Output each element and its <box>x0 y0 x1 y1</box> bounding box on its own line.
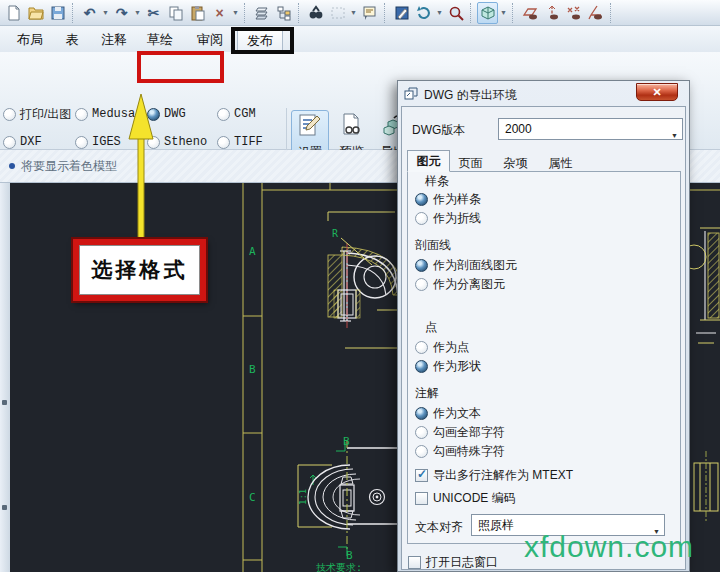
checkbox-icon[interactable] <box>408 556 421 569</box>
dwg-radio-highlight-box <box>137 51 224 83</box>
radio-icon-selected[interactable] <box>415 407 428 420</box>
undo-icon[interactable]: ↶ <box>79 2 100 24</box>
radio-icon[interactable] <box>415 278 428 291</box>
point-as-point-radio[interactable]: 作为点 <box>415 339 469 356</box>
csys-display-icon[interactable] <box>585 2 606 24</box>
redo-dropdown-icon[interactable]: ▼ <box>133 9 142 16</box>
mtext-checkbox[interactable]: 导出多行注解作为 MTEXT <box>415 467 573 484</box>
delete-dropdown-icon[interactable]: ▼ <box>231 9 240 16</box>
hatch-as-separate-radio[interactable]: 作为分离图元 <box>415 276 505 293</box>
dialog-titlebar[interactable]: DWG 的导出环境 ✕ <box>401 84 686 106</box>
radio-icon[interactable] <box>3 108 16 121</box>
format-radio-tiff[interactable]: TIFF <box>217 134 263 150</box>
delete-icon[interactable]: × <box>209 2 230 24</box>
tab-table[interactable]: 表 <box>56 29 88 52</box>
note-stroke-all-radio[interactable]: 勾画全部字符 <box>415 424 505 441</box>
dwg-version-select[interactable]: 2000 ▼ <box>498 118 683 140</box>
toolbar-separator <box>244 3 247 23</box>
dialog-title: DWG 的导出环境 <box>424 87 517 104</box>
radio-icon-selected[interactable] <box>415 259 428 272</box>
text-align-value: 照原样 <box>478 518 514 532</box>
settings-icon <box>297 113 323 142</box>
new-file-icon[interactable] <box>3 2 24 24</box>
radio-icon[interactable] <box>217 108 230 121</box>
tab-sketch[interactable]: 草绘 <box>138 29 182 52</box>
open-icon[interactable] <box>25 2 46 24</box>
spline-as-spline-radio[interactable]: 作为样条 <box>415 191 481 208</box>
format-radio-iges[interactable]: IGES <box>75 134 121 150</box>
radio-icon[interactable] <box>415 426 428 439</box>
unicode-checkbox[interactable]: UNICODE 编码 <box>415 490 516 507</box>
cut-icon[interactable]: ✂ <box>143 2 164 24</box>
dialog-tab-attributes[interactable]: 属性 <box>540 153 581 172</box>
repaint-icon[interactable] <box>413 2 434 24</box>
main-toolbar: ↶ ▼ ↷ ▼ ✂ × ▼ ▼ ▼ <box>0 0 720 26</box>
radius-label: R <box>332 228 339 239</box>
view-3d-icon[interactable] <box>477 2 498 24</box>
datum-plane-display-icon[interactable] <box>519 2 540 24</box>
select-box-dropdown-icon[interactable]: ▼ <box>349 9 358 16</box>
copy-icon[interactable] <box>165 2 186 24</box>
spline-as-polyline-radio[interactable]: 作为折线 <box>415 210 481 227</box>
note-section-header: 注解 <box>415 385 439 402</box>
window-edge-strip <box>0 183 10 572</box>
radio-icon[interactable] <box>415 341 428 354</box>
toolbar-separator <box>298 3 301 23</box>
status-bullet-icon <box>9 163 15 169</box>
publish-tab-highlight-box <box>231 27 294 54</box>
radio-icon[interactable] <box>75 136 88 149</box>
hatch-section-header: 剖面线 <box>415 237 451 254</box>
undo-dropdown-icon[interactable]: ▼ <box>101 9 110 16</box>
redo-icon[interactable]: ↷ <box>111 2 132 24</box>
strip-handle-icon[interactable] <box>2 505 7 510</box>
tag-note-icon[interactable] <box>359 2 380 24</box>
tab-annotate[interactable]: 注释 <box>92 29 136 52</box>
preview-icon <box>339 112 365 141</box>
radio-icon[interactable] <box>415 212 428 225</box>
sketch-icon[interactable] <box>391 2 412 24</box>
save-icon[interactable] <box>47 2 68 24</box>
find-icon[interactable] <box>305 2 326 24</box>
application-window: ↶ ▼ ↷ ▼ ✂ × ▼ ▼ ▼ <box>0 0 720 572</box>
strip-handle-icon[interactable] <box>2 400 7 405</box>
radio-icon[interactable] <box>3 136 16 149</box>
datum-axis-display-icon[interactable] <box>541 2 562 24</box>
dialog-tab-misc[interactable]: 杂项 <box>491 153 540 172</box>
layers-icon[interactable] <box>251 2 272 24</box>
note-stroke-special-radio[interactable]: 勾画特殊字符 <box>415 443 505 460</box>
dialog-tab-pages[interactable]: 页面 <box>450 153 491 172</box>
repaint-dropdown-icon[interactable]: ▼ <box>435 9 444 16</box>
paste-icon[interactable] <box>187 2 208 24</box>
datum-point-display-icon[interactable] <box>563 2 584 24</box>
note-as-text-radio[interactable]: 作为文本 <box>415 405 481 422</box>
toolbar-separator <box>512 3 515 23</box>
zoom-icon[interactable] <box>445 2 466 24</box>
format-radio-print[interactable]: 打印/出图 <box>3 106 71 122</box>
open-log-checkbox[interactable]: 打开日志窗口 <box>408 554 498 571</box>
format-radio-dxf[interactable]: DXF <box>3 134 42 150</box>
tab-layout[interactable]: 布局 <box>8 29 52 52</box>
select-box-icon[interactable] <box>327 2 348 24</box>
zone-letter-a: A <box>249 245 256 258</box>
toolbar-separator <box>384 3 387 23</box>
dialog-tab-entities[interactable]: 图元 <box>407 150 450 172</box>
radio-icon[interactable] <box>75 108 88 121</box>
section-mark-top: B <box>343 435 350 448</box>
toolbar-separator <box>610 3 613 23</box>
tab-review[interactable]: 审阅 <box>188 29 232 52</box>
toolbar-separator <box>72 3 75 23</box>
radio-icon[interactable] <box>217 136 230 149</box>
checkbox-checked-icon[interactable] <box>415 469 428 482</box>
zone-letter-b: B <box>249 363 256 376</box>
radio-icon-selected[interactable] <box>415 360 428 373</box>
radio-icon[interactable] <box>415 445 428 458</box>
close-icon[interactable]: ✕ <box>636 83 678 101</box>
view-3d-dropdown-icon[interactable]: ▼ <box>499 9 508 16</box>
hatch-as-entity-radio[interactable]: 作为剖面线图元 <box>415 257 517 274</box>
radio-icon-selected[interactable] <box>415 193 428 206</box>
model-tree-icon[interactable] <box>273 2 294 24</box>
format-radio-cgm[interactable]: CGM <box>217 106 256 122</box>
point-as-shape-radio[interactable]: 作为形状 <box>415 358 481 375</box>
checkbox-icon[interactable] <box>415 492 428 505</box>
dropdown-arrow-icon: ▼ <box>671 126 678 146</box>
